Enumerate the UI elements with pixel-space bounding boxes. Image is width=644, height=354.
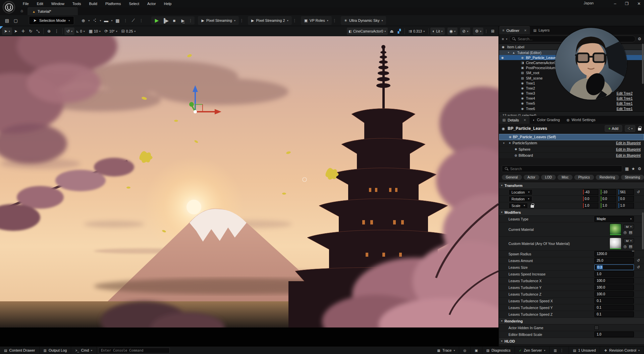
display-filter-icon[interactable]: ▦ [625,166,629,171]
camera-speed-dropdown[interactable]: ⇉ 0.313 ▾ [407,28,427,35]
outliner-row-tree5[interactable]: ◉Tree5Edit Tree1 [499,101,644,106]
cmd-button[interactable]: >_Cmd▾ [71,347,97,354]
select-tool[interactable]: ➤ [12,28,19,35]
component-row-sphere[interactable]: ✱SphereEdit in Blueprint [499,146,644,153]
stop-button[interactable]: ■ [170,16,178,24]
prop-rotation-y-input[interactable]: 0.0 [600,196,616,202]
menu-select[interactable]: Select [125,1,143,6]
menu-build[interactable]: Build [86,1,101,6]
blueprint-edit-dropdown[interactable]: ⠪ ▾ [625,125,635,132]
quad-view-icon[interactable]: ⊞ [489,28,496,35]
tab-color-grading[interactable]: ◐Color Grading [530,116,564,124]
eject-pilot-icon[interactable]: ⏏ [388,28,395,35]
details-search-input[interactable]: Search [502,165,622,172]
component-row-billboard[interactable]: ◍BillboardEdit in Blueprint [499,153,644,159]
category-pill-misc[interactable]: Misc [557,175,573,180]
camera-selector-dropdown[interactable]: ◧ CineCameraActor0 ▾ [347,28,388,35]
edit-blueprint-link[interactable]: Edit Tree2 [616,91,633,95]
prop-location-z-input[interactable]: 561 [618,189,634,195]
menu-help[interactable]: Help [161,1,175,6]
ime-indicator[interactable]: Japan [584,1,594,5]
overflow-dots[interactable]: ⋮ [239,18,245,23]
show-flags-dropdown[interactable]: ⊘ ▾ [460,28,470,35]
add-actor-icon[interactable]: ⊕ [79,16,88,24]
reset-to-default-icon[interactable]: ↺ [636,258,641,263]
prop-leaves-turbulence-speed-x-input[interactable]: 0.1 [594,298,634,304]
browse-to-asset-icon[interactable]: ▤ [629,230,632,235]
prop-leaves-size-input[interactable]: 0.3 [594,264,634,270]
edit-blueprint-link[interactable]: Edit Tree1 [616,96,633,100]
gizmo-origin[interactable] [194,110,197,113]
move-tool[interactable]: ✛ [19,28,27,35]
prop-scale-y-input[interactable]: 1.0 [600,203,616,208]
prop-current-material-thumbnail[interactable] [609,223,622,236]
prop-rotation-dropdown[interactable]: Rotation▾ [508,196,532,202]
window-restore-button[interactable]: ❐ [625,1,629,6]
output-log-button[interactable]: ▥Output Log [40,347,71,354]
category-pill-rendering[interactable]: Rendering [596,175,619,180]
viewport-scene[interactable] [0,36,498,327]
overflow-dots[interactable]: ⋮ [292,18,298,23]
landscape-tools-icon[interactable]: ⟋ [129,16,138,24]
pilot-camera-icon[interactable]: ▞ [396,28,403,35]
transform-gizmo-menu[interactable]: ➤▾ [2,28,12,35]
component-row-particlesystem[interactable]: ▾∗ParticleSystemEdit in Blueprint [499,140,644,147]
prop-rotation-z-input[interactable]: 0.0 [618,196,634,202]
menu-platforms[interactable]: Platforms [102,1,124,6]
prop-current-material-asset-dropdown[interactable]: M▾ [624,224,634,229]
scale-snap[interactable]: ⊟0.25▾ [119,28,138,35]
menu-window[interactable]: Window [48,1,68,6]
plane-snap[interactable]: ⦜0▾ [74,28,87,35]
outliner-scrollbar[interactable] [642,44,644,84]
sequencer-icon[interactable]: ▩ [113,16,122,24]
prop-scale-x-input[interactable]: 1.0 [583,203,598,208]
chevron-down-icon[interactable]: ▾ [506,38,507,41]
coord-system[interactable]: ↺▾ [64,28,74,35]
overflow-dots[interactable]: ⋮ [332,18,337,23]
play-button[interactable]: ▶ [153,16,161,24]
level-viewport[interactable]: ➤▾➤✛↻⤡⊕⋮↺▾⦜0▾▦10▾⟳10°▾⊟0.25▾ ◧ CineCamer… [0,26,498,346]
prop-location-dropdown[interactable]: Location▾ [508,189,533,195]
edit-blueprint-link[interactable]: Edit Tree1 [616,101,633,105]
prop-leaves-type-dropdown[interactable]: Maple▾ [594,216,634,222]
menu-actor[interactable]: Actor [144,1,159,6]
rotation-snap[interactable]: ⟳10°▾ [103,28,119,35]
close-icon[interactable]: ✕ [524,29,527,32]
zen-server-button[interactable]: ✓Zen Server▾ [515,347,550,354]
revision-control-button[interactable]: ❖Revision Control▾ [600,347,644,354]
content-drawer-button[interactable]: ▤Content Drawer [0,347,40,354]
component-row-bp-particle-leaves-self-[interactable]: ◉BP_Particle_Leaves (Self) [499,134,644,140]
section-header-rendering[interactable]: ▾Rendering [499,318,644,324]
reset-to-default-icon[interactable]: ↺ [636,190,641,194]
scale-tool[interactable]: ⤡ [34,28,42,35]
prop-leaves-turbulence-z-input[interactable]: 100.0 [594,291,634,297]
ultra-dynamic-sky-dropdown[interactable]: ✳ Ultra Dynamic Sky ▾ [341,16,386,25]
view-mode-dropdown[interactable]: ◐ Lit ▾ [430,28,444,35]
lock-icon[interactable] [531,205,534,208]
edit-in-blueprint-link[interactable]: Edit in Blueprint [616,153,641,157]
overflow-dots[interactable]: ⋮ [122,18,128,23]
prop-custom-material-any-of-your-material--asset-dropdown[interactable]: M▾ [624,238,634,243]
pixel-streaming-dropdown[interactable]: ▶Pixel Streaming▾ [198,16,239,25]
prop-leaves-amount-input[interactable]: 25.0 [594,258,634,263]
category-pill-general[interactable]: General [502,175,522,180]
unreal-engine-logo[interactable] [3,1,15,13]
tab-world-settings[interactable]: ◍World Settings [563,116,599,124]
level-tab[interactable]: ▲ Tutorial* [28,7,78,15]
prop-scale-dropdown[interactable]: Scale▾ [508,203,528,209]
visibility-eye-icon[interactable]: ◉ [501,56,506,59]
play-options-dots[interactable]: ⋮ [187,18,193,23]
viewport-settings-dropdown[interactable]: ⚙ ▾ [473,28,483,35]
overflow-dots[interactable]: ⋮ [559,348,565,353]
console-command-input[interactable]: Enter Console Command [99,348,170,353]
reset-to-default-icon[interactable]: ↺ [636,265,641,269]
home-icon[interactable]: ⌂ [18,8,25,14]
menu-tools[interactable]: Tools [69,1,85,6]
prop-editor-billboard-scale-input[interactable]: 1.0 [594,332,634,337]
section-header-hlod[interactable]: ▾HLOD [499,338,644,345]
selection-mode-dropdown[interactable]: ➤ Selection Mode ▾ [29,16,74,25]
add-component-button[interactable]: + Add [605,125,622,132]
perspective-dropdown[interactable]: ◉ ▾ [447,28,458,35]
insights-session-button[interactable]: ◎ [459,347,471,354]
cinematics-icon[interactable]: ▬ [102,16,110,24]
